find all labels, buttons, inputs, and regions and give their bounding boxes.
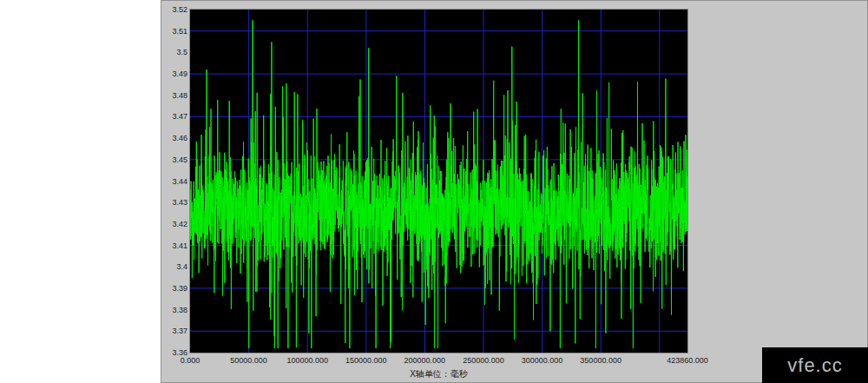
y-axis-tick: 3.5 (162, 48, 187, 56)
vfe-watermark-text: vfe.cc (787, 354, 842, 377)
y-axis-tick: 3.38 (162, 306, 187, 314)
y-axis-tick: 3.51 (162, 27, 187, 36)
y-axis-tick: 3.41 (162, 241, 187, 250)
page: 3.523.513.53.493.483.473.463.453.443.433… (0, 0, 868, 383)
y-axis-tick: 3.45 (162, 155, 187, 164)
y-axis-tick: 3.39 (162, 284, 187, 293)
x-axis-unit-label: X轴单位：毫秒 (190, 368, 687, 380)
y-axis-tick: 3.43 (162, 198, 187, 207)
x-axis-tick: 423860.000 (651, 356, 724, 365)
plot-area (190, 10, 687, 353)
y-axis-tick: 3.4 (162, 262, 187, 271)
noise-signal-trace (190, 20, 687, 348)
vfe-watermark: vfe.cc (762, 347, 868, 383)
x-axis-tick: 350000.000 (564, 356, 637, 365)
chart-panel: 3.523.513.53.493.483.473.463.453.443.433… (161, 0, 868, 383)
y-axis-tick: 3.42 (162, 220, 187, 228)
signal-plot (190, 10, 687, 353)
y-axis-tick: 3.48 (162, 91, 187, 100)
y-axis-tick: 3.47 (162, 112, 187, 121)
y-axis-tick: 3.37 (162, 327, 187, 335)
y-axis-tick: 3.49 (162, 69, 187, 78)
y-axis-tick: 3.46 (162, 134, 187, 142)
y-axis-tick: 3.44 (162, 177, 187, 186)
y-axis-tick: 3.52 (162, 5, 187, 14)
